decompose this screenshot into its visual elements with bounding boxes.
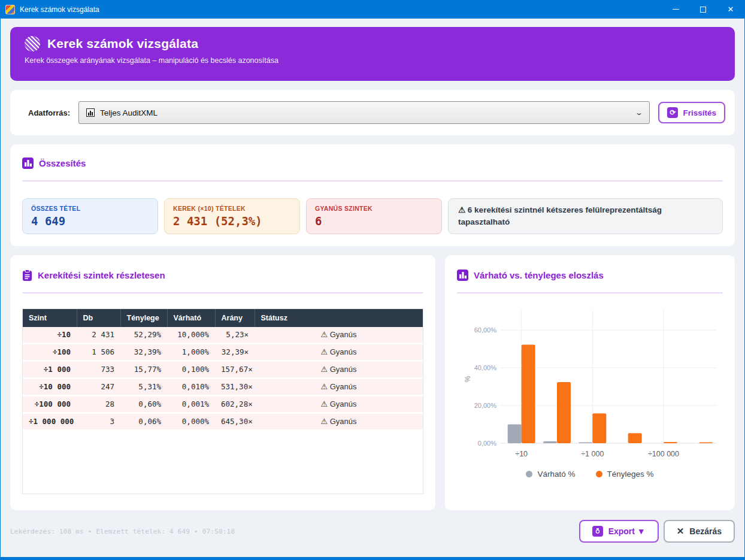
table-cell: 3: [77, 413, 120, 431]
levels-table-header: Szint Db Ténylege Várható Arány Státusz: [23, 309, 423, 327]
warning-banner: ⚠ 6 kerekítési szintnél kétszeres felülr…: [448, 198, 723, 234]
export-button[interactable]: Export ▼: [579, 520, 659, 543]
page-subtitle: Kerek összegek arányának vizsgálata – ma…: [25, 56, 720, 65]
distribution-chart: 0,00%20,00%40,00%60,00%%÷10÷1 000÷100 00…: [457, 304, 723, 479]
distribution-chart-icon: [457, 270, 468, 281]
status-badge: ⚠ Gyanús: [255, 379, 423, 396]
table-cell: ÷1 000: [23, 361, 77, 379]
datasource-label: Adatforrás:: [20, 108, 70, 117]
svg-text:÷1 000: ÷1 000: [581, 450, 604, 458]
bar-expected-1: [543, 441, 557, 443]
datasource-card: Adatforrás: Teljes AuditXML ⌄ ⟳ Frissíté…: [10, 90, 735, 135]
stat-label: KEREK (×10) TÉTELEK: [173, 205, 291, 212]
status-badge: ⚠ Gyanús: [255, 344, 423, 361]
col-header-varhato: Várható: [167, 309, 215, 327]
minimize-icon: [673, 9, 679, 10]
export-button-label: Export ▼: [608, 526, 646, 536]
table-cell: ÷10: [23, 327, 77, 344]
table-cell: ÷10 000: [23, 379, 77, 396]
main-content: Kerek számok vizsgálata Kerek összegek a…: [1, 19, 744, 557]
stat-label: ÖSSZES TÉTEL: [31, 205, 149, 212]
divider: [22, 292, 423, 293]
col-header-statusz: Státusz: [255, 309, 423, 327]
table-cell: 5,23×: [215, 327, 255, 344]
svg-text:÷100 000: ÷100 000: [648, 450, 679, 458]
divider: [457, 292, 723, 293]
close-dialog-button[interactable]: ✕ Bezárás: [664, 520, 735, 543]
levels-table: Szint Db Ténylege Várható Arány Státusz …: [23, 309, 423, 431]
stats-row: ÖSSZES TÉTEL 4 649 KEREK (×10) TÉTELEK 2…: [22, 198, 723, 234]
col-header-db: Db: [77, 309, 120, 327]
bar-actual-3: [628, 433, 642, 443]
window-controls: ✕: [662, 0, 744, 19]
table-row: ÷10 0002475,31%0,010%531,30×⚠ Gyanús: [23, 379, 423, 396]
bar-expected-0: [508, 425, 522, 443]
close-icon: ✕: [728, 5, 734, 13]
svg-text:40,00%: 40,00%: [474, 364, 497, 371]
table-cell: 733: [77, 361, 120, 379]
table-cell: 0,06%: [120, 413, 167, 431]
stat-label: GYANÚS SZINTEK: [315, 205, 433, 212]
table-cell: 2 431: [77, 327, 120, 344]
table-cell: 32,39×: [215, 344, 255, 361]
table-row: ÷1 00073315,77%0,100%157,67×⚠ Gyanús: [23, 361, 423, 379]
table-row: ÷1001 50632,39%1,000%32,39×⚠ Gyanús: [23, 344, 423, 361]
table-cell: ÷100 000: [23, 396, 77, 413]
table-cell: 28: [77, 396, 120, 413]
legend-dot-icon: [526, 471, 532, 477]
table-cell: ÷1 000 000: [23, 413, 77, 431]
table-cell: 1 506: [77, 344, 120, 361]
bar-actual-0: [522, 344, 535, 443]
table-row: ÷102 43152,29%10,000%5,23×⚠ Gyanús: [23, 327, 423, 344]
svg-text:60,00%: 60,00%: [474, 326, 497, 334]
table-cell: 10,000%: [167, 327, 215, 344]
table-cell: 645,30×: [215, 413, 255, 431]
table-cell: 0,60%: [120, 396, 167, 413]
refresh-button[interactable]: ⟳ Frissítés: [658, 102, 725, 123]
legend-label: Tényleges %: [607, 470, 654, 479]
title-bar: Kerek számok vizsgálata ✕: [1, 0, 744, 19]
summary-chart-icon: [22, 158, 34, 169]
distribution-card: Várható vs. tényleges eloszlás 0,00%20,0…: [445, 255, 735, 510]
table-cell: 531,30×: [215, 379, 255, 396]
minimize-button[interactable]: [662, 0, 689, 19]
refresh-icon: ⟳: [667, 107, 678, 118]
svg-text:0,00%: 0,00%: [478, 440, 496, 447]
stat-value: 6: [315, 214, 433, 228]
status-badge: ⚠ Gyanús: [255, 361, 423, 379]
stat-value: 4 649: [31, 214, 149, 228]
levels-table-container: Szint Db Ténylege Várható Arány Státusz …: [22, 308, 423, 494]
table-cell: 157,67×: [215, 361, 255, 379]
divider: [22, 180, 723, 181]
datasource-selected-value: Teljes AuditXML: [100, 108, 158, 117]
col-header-szint: Szint: [23, 309, 77, 327]
status-badge: ⚠ Gyanús: [255, 413, 423, 431]
levels-table-body: ÷102 43152,29%10,000%5,23×⚠ Gyanús÷1001 …: [23, 327, 423, 431]
window-title: Kerek számok vizsgálata: [20, 5, 99, 14]
close-button[interactable]: ✕: [717, 0, 744, 19]
chevron-down-icon: ⌄: [635, 108, 643, 117]
close-x-icon: ✕: [677, 526, 685, 537]
maximize-button[interactable]: [689, 0, 717, 19]
footer-bar: Lekérdezés: 108 ms • Elemzett tételek: 4…: [10, 510, 735, 543]
table-cell: 0,001%: [167, 396, 215, 413]
stat-round-items: KEREK (×10) TÉTELEK 2 431 (52,3%): [164, 198, 300, 234]
table-cell: 602,28×: [215, 396, 255, 413]
distribution-card-title: Várható vs. tényleges eloszlás: [474, 270, 604, 280]
stat-value: 2 431 (52,3%): [173, 214, 291, 228]
legend-item[interactable]: Tényleges %: [596, 470, 654, 479]
export-icon: [592, 526, 603, 537]
datasource-select[interactable]: Teljes AuditXML ⌄: [78, 101, 650, 124]
col-header-tenyleges: Ténylege: [120, 309, 167, 327]
table-cell: 1,000%: [167, 344, 215, 361]
bar-actual-4: [664, 442, 677, 443]
warning-text: ⚠ 6 kerekítési szintnél kétszeres felülr…: [458, 204, 713, 229]
table-row: ÷1 000 00030,06%0,000%645,30×⚠ Gyanús: [23, 413, 423, 431]
table-cell: ÷100: [23, 344, 77, 361]
bar-actual-2: [592, 413, 606, 443]
svg-text:%: %: [464, 376, 472, 382]
legend-item[interactable]: Várható %: [526, 470, 575, 479]
legend-dot-icon: [596, 471, 602, 477]
table-cell: 15,77%: [120, 361, 167, 379]
status-text: Lekérdezés: 108 ms • Elemzett tételek: 4…: [10, 528, 235, 535]
